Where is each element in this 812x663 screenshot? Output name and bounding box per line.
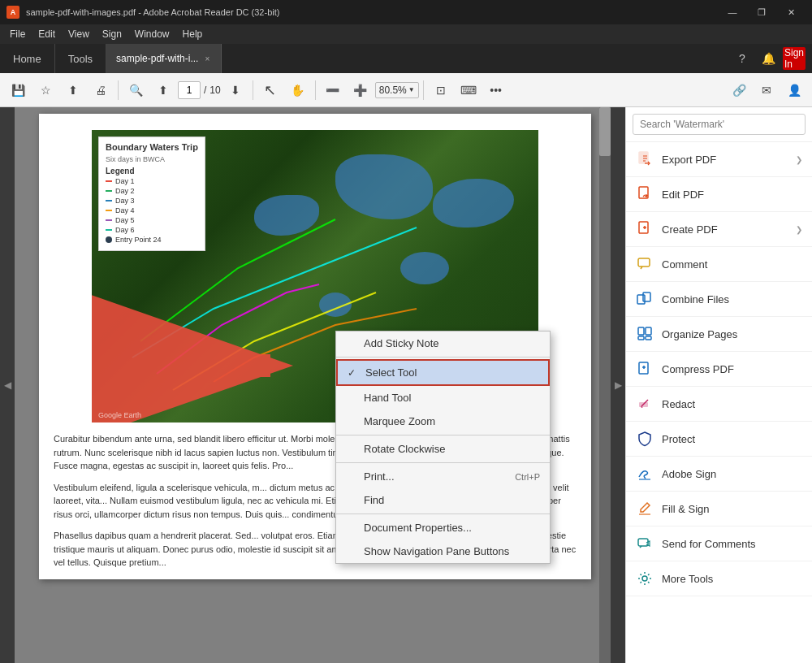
panel-export-pdf[interactable]: Export PDF ❯ xyxy=(626,142,812,177)
tab-home[interactable]: Home xyxy=(0,44,55,73)
more-tools-icon xyxy=(636,570,654,587)
print-button[interactable]: 🖨 xyxy=(88,77,114,103)
ctx-label-3: Marquee Zoom xyxy=(364,415,435,427)
zoom-out-button[interactable]: 🔍 xyxy=(123,77,149,103)
toolbar-separator-1 xyxy=(118,80,119,100)
fill-sign-label: Fill & Sign xyxy=(662,503,802,515)
tab-close-button[interactable]: × xyxy=(203,53,211,65)
ctx-hand-tool[interactable]: Hand Tool xyxy=(336,386,550,410)
page-total: 10 xyxy=(209,84,220,96)
page-separator: / xyxy=(204,84,206,96)
bookmark-button[interactable]: ☆ xyxy=(32,77,58,103)
scrollbar[interactable] xyxy=(599,107,611,663)
keyboard-button[interactable]: ⌨ xyxy=(456,77,482,103)
panel-protect[interactable]: Protect xyxy=(626,422,812,457)
menu-sign[interactable]: Sign xyxy=(96,27,128,41)
create-pdf-icon xyxy=(636,220,654,238)
edit-pdf-icon xyxy=(636,185,654,203)
menu-help[interactable]: Help xyxy=(176,27,209,41)
protect-icon xyxy=(636,430,654,448)
save-button[interactable]: 💾 xyxy=(5,77,31,103)
app-title: sample-pdf-with-images.pdf - Adobe Acrob… xyxy=(26,7,711,17)
legend-header: Legend xyxy=(106,167,198,176)
tabs-bar: Home Tools sample-pdf-with-i... × ? 🔔 Si… xyxy=(0,44,812,73)
ctx-label-1: Select Tool xyxy=(365,366,417,379)
fit-page-button[interactable]: ⊡ xyxy=(428,77,454,103)
ctx-find[interactable]: Find xyxy=(336,488,550,512)
help-icon[interactable]: ? xyxy=(731,47,754,70)
email-button[interactable]: ✉ xyxy=(754,77,780,103)
toolbar-separator-2 xyxy=(253,80,253,100)
panel-combine-files[interactable]: Combine Files xyxy=(626,282,812,317)
ctx-show-nav-pane[interactable]: Show Navigation Pane Buttons xyxy=(336,540,550,563)
tab-tools[interactable]: Tools xyxy=(55,44,106,73)
panel-send-for-comments[interactable]: Send for Comments xyxy=(626,526,812,561)
upload-button[interactable]: ⬆ xyxy=(60,77,86,103)
select-tool-button[interactable]: ↖ xyxy=(257,77,283,103)
legend-title: Boundary Waters Trip xyxy=(106,142,198,152)
svg-rect-9 xyxy=(638,258,650,266)
zoom-selector[interactable]: 80.5% ▼ xyxy=(375,82,419,98)
organize-pages-label: Organize Pages xyxy=(662,328,802,340)
legend-subtitle: Six days in BWCA xyxy=(106,155,198,163)
legend-entry: Entry Point 24 xyxy=(106,236,198,244)
right-nav-arrow[interactable]: ▶ xyxy=(611,107,625,663)
more-tools-label: More Tools xyxy=(662,573,802,585)
create-pdf-label: Create PDF xyxy=(662,223,788,236)
zoom-increase-button[interactable]: ➕ xyxy=(348,77,374,103)
panel-create-pdf[interactable]: Create PDF ❯ xyxy=(626,212,812,247)
panel-redact[interactable]: Redact xyxy=(626,387,812,422)
hand-tool-button[interactable]: ✋ xyxy=(285,77,311,103)
export-pdf-chevron: ❯ xyxy=(796,155,802,164)
ctx-marquee-zoom[interactable]: Marquee Zoom xyxy=(336,410,550,433)
svg-rect-14 xyxy=(638,336,644,340)
scrollbar-thumb[interactable] xyxy=(599,107,611,156)
menu-file[interactable]: File xyxy=(3,27,32,41)
ctx-add-sticky-note[interactable]: Add Sticky Note xyxy=(336,332,550,355)
page-number-input[interactable] xyxy=(178,81,201,99)
ctx-sep-1 xyxy=(336,357,550,358)
main-area: ◀ xyxy=(0,107,812,663)
share-button[interactable]: 🔗 xyxy=(726,77,752,103)
panel-organize-pages[interactable]: Organize Pages xyxy=(626,317,812,352)
fill-sign-icon xyxy=(636,500,654,518)
maximize-button[interactable]: ❐ xyxy=(747,0,776,24)
panel-compress-pdf[interactable]: Compress PDF xyxy=(626,352,812,387)
more-options-button[interactable]: ••• xyxy=(483,77,509,103)
panel-adobe-sign[interactable]: Adobe Sign xyxy=(626,457,812,492)
user-button[interactable]: 👤 xyxy=(781,77,807,103)
panel-fill-sign[interactable]: Fill & Sign xyxy=(626,492,812,526)
ctx-print[interactable]: Print... Ctrl+P xyxy=(336,465,550,488)
close-button[interactable]: ✕ xyxy=(776,0,806,24)
svg-point-24 xyxy=(642,576,647,581)
legend-day1: Day 1 xyxy=(106,177,198,185)
send-for-comments-icon xyxy=(636,535,654,552)
panel-comment[interactable]: Comment xyxy=(626,247,812,282)
comment-label: Comment xyxy=(662,258,802,271)
ctx-rotate-clockwise[interactable]: Rotate Clockwise xyxy=(336,437,550,461)
minimize-button[interactable]: — xyxy=(718,0,747,24)
sign-in-button[interactable]: Sign In xyxy=(783,47,806,70)
left-nav-arrow[interactable]: ◀ xyxy=(0,107,15,663)
comment-icon xyxy=(636,255,654,273)
ctx-document-properties[interactable]: Document Properties... xyxy=(336,516,550,540)
page-navigation: / 10 xyxy=(178,81,221,99)
legend-day2: Day 2 xyxy=(106,187,198,195)
ctx-select-tool[interactable]: ✓ Select Tool xyxy=(336,359,550,386)
next-page-button[interactable]: ⬇ xyxy=(222,77,248,103)
adobe-sign-icon xyxy=(636,465,654,483)
menu-window[interactable]: Window xyxy=(128,27,176,41)
zoom-decrease-button[interactable]: ➖ xyxy=(320,77,346,103)
notification-icon[interactable]: 🔔 xyxy=(757,47,780,70)
svg-rect-13 xyxy=(646,327,651,335)
panel-edit-pdf[interactable]: Edit PDF xyxy=(626,177,812,212)
toolbar-separator-3 xyxy=(315,80,316,100)
search-input[interactable] xyxy=(633,114,806,135)
tab-active-document[interactable]: sample-pdf-with-i... × xyxy=(106,44,222,73)
menu-edit[interactable]: Edit xyxy=(32,27,62,41)
redact-icon xyxy=(636,395,654,413)
panel-more-tools[interactable]: More Tools xyxy=(626,561,812,596)
menu-view[interactable]: View xyxy=(62,27,96,41)
organize-pages-icon xyxy=(636,325,654,343)
previous-page-button[interactable]: ⬆ xyxy=(150,77,176,103)
